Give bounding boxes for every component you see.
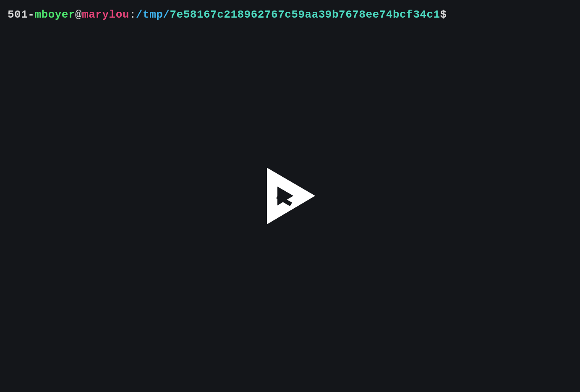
prompt-hostname: marylou: [82, 8, 129, 21]
prompt-username: mboyer: [34, 8, 75, 21]
prompt-dash: -: [28, 8, 34, 21]
prompt-path-prefix: /tmp/: [136, 8, 170, 21]
prompt-path-directory: 7e58167c218962767c59aa39b7678ee74bcf34c1: [170, 8, 440, 21]
prompt-at-symbol: @: [75, 8, 82, 21]
terminal-prompt-line: 501-mboyer@marylou:/tmp/7e58167c21896276…: [0, 0, 580, 29]
prompt-history-number: 501: [8, 8, 28, 21]
play-icon: [265, 168, 315, 225]
prompt-colon: :: [129, 8, 136, 21]
play-button[interactable]: [265, 168, 315, 225]
prompt-dollar-sign: $: [440, 8, 447, 21]
